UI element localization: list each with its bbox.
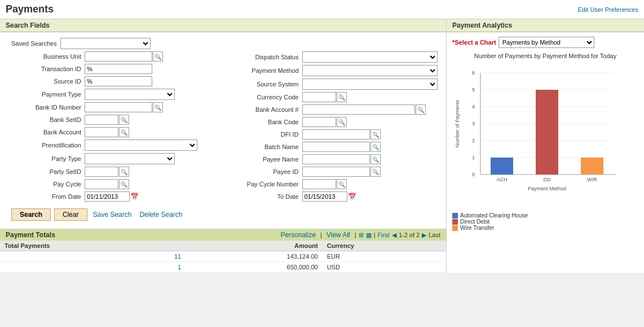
party-setid-lookup[interactable]: 🔍 [119, 167, 129, 177]
personalize-link[interactable]: Personalize [278, 231, 318, 239]
delete-search-link[interactable]: Delete Search [137, 211, 184, 219]
pay-cycle-row: Pay Cycle 🔍 [6, 179, 223, 189]
two-col-form: Business Unit 🔍 Transaction ID Source ID [6, 51, 440, 204]
bank-code-input[interactable] [302, 117, 336, 127]
table-icon-button[interactable]: ▦ [366, 232, 372, 239]
payment-method-select[interactable] [302, 65, 438, 76]
payee-name-lookup[interactable]: 🔍 [370, 154, 381, 164]
bank-account-lookup[interactable]: 🔍 [119, 127, 129, 137]
right-panel: Payment Analytics *Select a Chart Paymen… [447, 19, 644, 273]
bank-code-lookup[interactable]: 🔍 [337, 117, 347, 127]
right-form-col: Dispatch Status Payment Method Source Sy… [223, 51, 441, 204]
from-date-row: From Date 📅 [6, 191, 223, 202]
bar-wir [581, 158, 603, 175]
dfi-id-input[interactable] [302, 129, 370, 139]
source-id-input[interactable] [85, 76, 152, 86]
batch-name-lookup[interactable]: 🔍 [370, 142, 381, 152]
bank-id-number-input[interactable] [85, 102, 152, 112]
currency-code-row: Currency Code 🔍 [223, 92, 441, 102]
legend-color-wir [452, 225, 458, 231]
party-type-select[interactable] [85, 153, 175, 164]
prenotification-select[interactable] [85, 139, 197, 151]
payee-name-input[interactable] [302, 154, 370, 164]
payment-type-select[interactable] [85, 89, 175, 100]
pay-cycle-number-input[interactable] [302, 179, 336, 189]
saved-searches-select[interactable] [60, 38, 151, 49]
total-payments-cell[interactable]: 11 [0, 251, 186, 262]
search-fields-content: Saved Searches Business Unit 🔍 Transact [0, 32, 446, 229]
main-layout: Search Fields Saved Searches Business Un… [0, 19, 644, 273]
svg-text:6: 6 [472, 70, 475, 76]
saved-searches-row: Saved Searches [11, 36, 440, 51]
party-setid-input[interactable] [85, 167, 118, 177]
payee-id-input[interactable] [302, 167, 370, 177]
source-system-row: Source System [223, 79, 441, 90]
bank-code-label: Bank Code [223, 119, 302, 125]
dfi-id-lookup[interactable]: 🔍 [370, 129, 381, 139]
totals-table: Total Payments Amount Currency 11 143,12… [0, 241, 446, 273]
bank-setid-lookup[interactable]: 🔍 [119, 115, 129, 125]
edit-preferences-link[interactable]: Edit User Preferences [577, 6, 638, 13]
business-unit-label: Business Unit [6, 53, 85, 60]
source-id-row: Source ID [6, 76, 223, 86]
from-date-input[interactable] [85, 191, 130, 202]
legend-label-ach: Automated Clearing House [460, 212, 528, 219]
bank-setid-row: Bank SetID 🔍 [6, 115, 223, 125]
svg-text:2: 2 [472, 138, 475, 143]
dispatch-status-select[interactable] [302, 51, 438, 63]
payee-id-lookup[interactable]: 🔍 [370, 167, 381, 177]
bar-dd [536, 90, 558, 175]
svg-text:3: 3 [472, 121, 475, 127]
prenotification-label: Prenotification [6, 142, 85, 149]
bank-setid-label: Bank SetID [6, 116, 85, 123]
prev-button[interactable]: ◀ [392, 232, 396, 239]
currency-code-input[interactable] [302, 92, 336, 102]
svg-text:Number of Payments: Number of Payments [455, 99, 460, 147]
next-button[interactable]: ▶ [422, 232, 426, 239]
action-buttons: Search Clear Save Search Delete Search [6, 204, 440, 225]
dfi-id-row: DFI ID 🔍 [223, 129, 441, 139]
bank-id-lookup[interactable]: 🔍 [153, 102, 163, 112]
currency-code-lookup[interactable]: 🔍 [337, 92, 347, 102]
from-date-calendar[interactable]: 📅 [130, 193, 139, 200]
page-header: Payments Edit User Preferences [0, 0, 644, 19]
pay-cycle-lookup[interactable]: 🔍 [119, 179, 129, 189]
pay-cycle-input[interactable] [85, 179, 118, 189]
total-payments-cell[interactable]: 1 [0, 262, 186, 273]
payment-method-label: Payment Method [223, 67, 302, 74]
source-system-select[interactable] [302, 79, 438, 90]
svg-text:ACH: ACH [496, 177, 507, 182]
party-setid-label: Party SetID [6, 168, 85, 175]
business-unit-input[interactable] [85, 51, 152, 62]
transaction-id-input[interactable] [85, 64, 152, 74]
batch-name-input[interactable] [302, 142, 370, 152]
currency-code-label: Currency Code [223, 94, 302, 101]
svg-text:5: 5 [472, 87, 475, 93]
pay-cycle-number-row: Pay Cycle Number 🔍 [223, 179, 441, 189]
business-unit-lookup[interactable]: 🔍 [153, 51, 163, 62]
clear-button[interactable]: Clear [54, 208, 87, 221]
bank-account-hash-input[interactable] [302, 104, 415, 115]
chart-type-select[interactable]: Payments by Method [499, 37, 594, 48]
grid-icon-button[interactable]: ⊞ [359, 232, 364, 239]
view-all-link[interactable]: View All [324, 231, 352, 239]
bank-account-input[interactable] [85, 127, 118, 137]
chart-select-row: *Select a Chart Payments by Method [452, 37, 638, 48]
search-button[interactable]: Search [11, 208, 51, 221]
first-button[interactable]: First [378, 232, 390, 238]
bank-setid-input[interactable] [85, 115, 118, 125]
dfi-id-label: DFI ID [223, 131, 302, 138]
source-id-label: Source ID [6, 78, 85, 85]
dispatch-status-row: Dispatch Status [223, 51, 441, 63]
to-date-input[interactable] [302, 191, 347, 202]
bank-account-hash-lookup[interactable]: 🔍 [416, 104, 426, 115]
totals-header: Payment Totals Personalize | View All | … [0, 229, 446, 241]
party-setid-row: Party SetID 🔍 [6, 167, 223, 177]
pay-cycle-number-lookup[interactable]: 🔍 [337, 179, 347, 189]
totals-title: Payment Totals [6, 231, 55, 239]
bar-chart: 0 1 2 3 4 5 6 Number of Payments [452, 62, 627, 208]
svg-text:4: 4 [472, 104, 475, 110]
save-search-link[interactable]: Save Search [91, 211, 134, 219]
pay-cycle-number-label: Pay Cycle Number [223, 181, 302, 188]
to-date-calendar[interactable]: 📅 [348, 193, 356, 200]
